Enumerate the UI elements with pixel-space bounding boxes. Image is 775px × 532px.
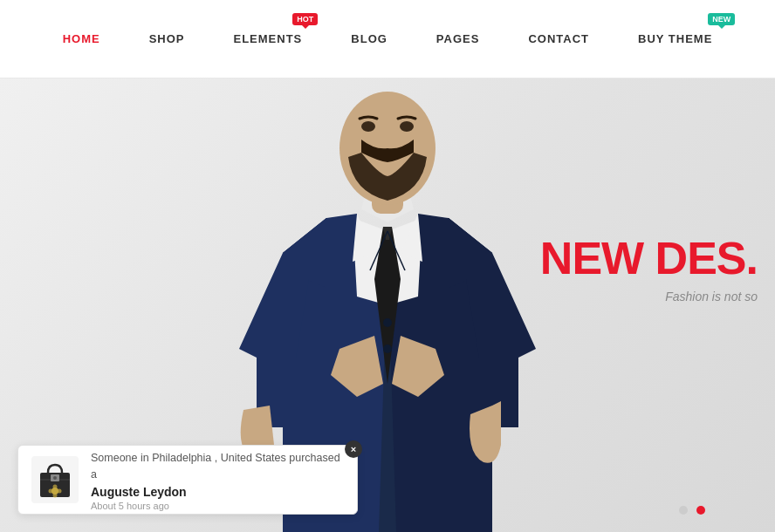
svg-point-15 (58, 489, 62, 494)
header: HOME SHOP ELEMENTS Hot BLOG PAGES CONTAC… (0, 0, 775, 78)
nav-item-elements[interactable]: ELEMENTS Hot (209, 32, 327, 45)
svg-point-17 (53, 494, 58, 498)
svg-point-4 (400, 121, 414, 132)
dot-1[interactable] (679, 506, 688, 515)
slide-dots (679, 506, 705, 515)
svg-point-6 (383, 344, 392, 353)
notification-content: Someone in Philadelphia , United States … (91, 449, 344, 511)
dot-2[interactable] (696, 506, 705, 515)
svg-point-12 (53, 476, 57, 480)
svg-point-16 (53, 485, 58, 489)
notification-time: About 5 hours ago (91, 501, 344, 511)
nav-item-shop[interactable]: SHOP (125, 32, 209, 45)
nav-item-buy-theme[interactable]: BUY THEME New (614, 32, 737, 45)
hot-badge: Hot (292, 13, 318, 25)
hero-subtitle: Fashion is not so (540, 290, 758, 304)
nav-item-home[interactable]: HOME (38, 32, 125, 45)
notification-product-name: Auguste Leydon (91, 485, 344, 499)
product-thumbnail (31, 456, 79, 503)
purchase-notification: Someone in Philadelphia , United States … (17, 445, 358, 515)
hero-title: NEW DES. (540, 235, 758, 281)
nav-item-blog[interactable]: BLOG (326, 32, 412, 45)
svg-point-3 (361, 121, 375, 132)
hero-text-block: NEW DES. Fashion is not so (540, 235, 758, 304)
nav-item-contact[interactable]: CONTACT (504, 32, 614, 45)
svg-point-5 (383, 318, 392, 327)
main-nav: HOME SHOP ELEMENTS Hot BLOG PAGES CONTAC… (38, 32, 737, 45)
notification-intro: Someone in Philadelphia , United States … (91, 452, 340, 481)
nav-item-pages[interactable]: PAGES (412, 32, 504, 45)
hero-section: NEW DES. Fashion is not so (0, 78, 775, 532)
notification-close-button[interactable]: × (345, 440, 362, 458)
svg-point-14 (49, 489, 53, 494)
bag-icon (38, 460, 72, 499)
new-badge: New (708, 13, 735, 25)
